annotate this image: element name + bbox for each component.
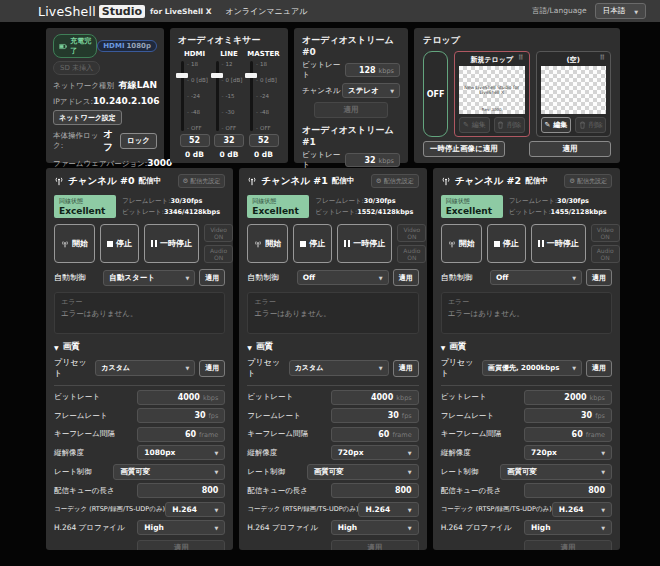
drag-handle-icon[interactable]: [600, 54, 605, 62]
video-framerate-input[interactable]: 30fps: [137, 408, 225, 423]
quality-apply-button[interactable]: 適用: [137, 540, 225, 550]
pencil-icon: [544, 121, 550, 129]
volume-slider-line[interactable]: [216, 61, 219, 131]
chevron-down-icon: [404, 448, 412, 457]
audio-bitrate-input-1[interactable]: 32 kbps: [345, 153, 400, 167]
keyframe-interval-input[interactable]: 60frame: [524, 427, 612, 442]
rate-control-select[interactable]: 画質可変: [113, 464, 225, 480]
rate-control-select[interactable]: 画質可変: [500, 464, 612, 480]
telop-card-new[interactable]: 新規テロップ New LiveShell Studio for LiveShel…: [454, 51, 530, 137]
queue-length-input[interactable]: 800: [524, 483, 612, 498]
slider-handle[interactable]: [176, 73, 188, 78]
slider-handle[interactable]: [211, 73, 223, 78]
start-button[interactable]: 開始: [441, 224, 482, 263]
h264-profile-select[interactable]: High: [331, 520, 419, 535]
auto-control-label: 自動制御: [441, 272, 486, 283]
online-manual-link[interactable]: オンラインマニュアル: [225, 6, 307, 17]
video-bitrate-input[interactable]: 4000kbps: [331, 390, 419, 405]
audio-stream-0-apply-button[interactable]: 適用: [314, 102, 388, 118]
telop-delete-button[interactable]: 削除: [575, 117, 606, 133]
rate-control-select[interactable]: 画質可変: [307, 464, 419, 480]
auto-control-apply-button[interactable]: 適用: [393, 269, 419, 286]
video-bitrate-input[interactable]: 2000kbps: [524, 390, 612, 405]
audio-on-button[interactable]: Audio ON: [204, 245, 233, 263]
start-button[interactable]: 開始: [54, 224, 95, 263]
audio-bitrate-input-0[interactable]: 128 kbps: [345, 63, 400, 77]
preset-apply-button[interactable]: 適用: [199, 360, 225, 377]
quality-section-toggle[interactable]: 画質: [247, 341, 418, 353]
pause-button[interactable]: 一時停止: [144, 224, 199, 263]
quality-section-toggle[interactable]: 画質: [441, 341, 612, 353]
codec-select[interactable]: H.264: [165, 502, 225, 517]
video-framerate-input[interactable]: 30fps: [524, 408, 612, 423]
quality-apply-button[interactable]: 適用: [331, 540, 419, 550]
auto-control-select[interactable]: Off: [490, 270, 582, 285]
keyframe-interval-input[interactable]: 60frame: [137, 427, 225, 442]
telop-edit-button[interactable]: 編集: [541, 117, 572, 133]
streaming-badge: 配信中: [525, 176, 548, 186]
video-framerate-input[interactable]: 30fps: [331, 408, 419, 423]
quality-apply-button[interactable]: 適用: [524, 540, 612, 550]
telop-off-toggle[interactable]: OFF: [423, 51, 448, 137]
destination-settings-button[interactable]: 配信先設定: [178, 174, 226, 188]
line-status-value: Excellent: [59, 206, 111, 216]
volume-value-master[interactable]: 52: [249, 134, 279, 147]
video-on-button[interactable]: Video ON: [397, 224, 426, 242]
preset-select[interactable]: カスタム: [95, 360, 195, 376]
video-on-button[interactable]: Video ON: [204, 224, 233, 242]
preset-apply-button[interactable]: 適用: [393, 360, 419, 377]
volume-slider-master[interactable]: [250, 61, 253, 131]
h264-profile-select[interactable]: High: [137, 520, 225, 535]
preset-apply-button[interactable]: 適用: [586, 360, 612, 377]
video-bitrate-input[interactable]: 4000kbps: [137, 390, 225, 405]
auto-control-apply-button[interactable]: 適用: [586, 269, 612, 286]
auto-control-select[interactable]: Off: [297, 270, 389, 285]
channel-mode-select-0[interactable]: ステレオ: [342, 83, 400, 98]
language-label: 言語/Language: [532, 6, 587, 16]
firmware-value: 3000: [147, 158, 172, 168]
keyframe-interval-input[interactable]: 60frame: [331, 427, 419, 442]
audio-on-button[interactable]: Audio ON: [591, 245, 620, 263]
preset-select[interactable]: カスタム: [289, 360, 389, 376]
slider-handle[interactable]: [245, 73, 257, 78]
telop-edit-button[interactable]: 編集: [459, 117, 490, 133]
codec-select[interactable]: H.264: [358, 502, 418, 517]
error-message: エラーはありません。: [448, 309, 605, 319]
volume-slider-hdmi[interactable]: [181, 61, 184, 131]
audio-on-button[interactable]: Audio ON: [397, 245, 426, 263]
quality-section-toggle[interactable]: 画質: [54, 341, 225, 353]
stop-button[interactable]: 停止: [100, 224, 139, 263]
resolution-select[interactable]: 1080px: [137, 445, 225, 460]
telop-delete-button[interactable]: 削除: [494, 117, 525, 133]
framerate-label: フレームレート:: [509, 197, 557, 205]
destination-settings-button[interactable]: 配信先設定: [564, 174, 612, 188]
language-select[interactable]: 日本語: [595, 3, 646, 19]
line-status-box: 回線状態 Excellent: [441, 195, 503, 218]
telop-card-empty[interactable]: (空) 編集 削除: [536, 51, 612, 137]
chevron-down-icon: [597, 523, 605, 532]
codec-select[interactable]: H.264: [552, 502, 612, 517]
start-button[interactable]: 開始: [247, 224, 288, 263]
h264-profile-select[interactable]: High: [524, 520, 612, 535]
stop-button[interactable]: 停止: [293, 224, 332, 263]
resolution-select[interactable]: 720px: [331, 445, 419, 460]
video-on-button[interactable]: Video ON: [591, 224, 620, 242]
stop-button[interactable]: 停止: [487, 224, 526, 263]
volume-value-hdmi[interactable]: 52: [180, 134, 210, 147]
pause-button[interactable]: 一時停止: [531, 224, 586, 263]
destination-settings-button[interactable]: 配信先設定: [371, 174, 419, 188]
pause-button[interactable]: 一時停止: [337, 224, 392, 263]
queue-length-input[interactable]: 800: [137, 483, 225, 498]
telop-apply-button[interactable]: 適用: [529, 141, 611, 157]
network-settings-button[interactable]: ネットワーク設定: [53, 110, 122, 125]
lock-button[interactable]: ロック: [120, 133, 157, 149]
preset-select[interactable]: 画質優先, 2000kbps: [482, 360, 582, 376]
apply-to-pause-image-button[interactable]: 一時停止画像に適用: [423, 141, 505, 157]
drag-handle-icon[interactable]: [518, 54, 523, 62]
volume-value-line[interactable]: 32: [214, 134, 244, 147]
auto-control-select[interactable]: 自動スタート: [103, 270, 195, 286]
auto-control-apply-button[interactable]: 適用: [199, 269, 225, 286]
queue-length-input[interactable]: 800: [331, 483, 419, 498]
brand-name: LiveShell: [38, 4, 96, 19]
resolution-select[interactable]: 720px: [524, 445, 612, 460]
